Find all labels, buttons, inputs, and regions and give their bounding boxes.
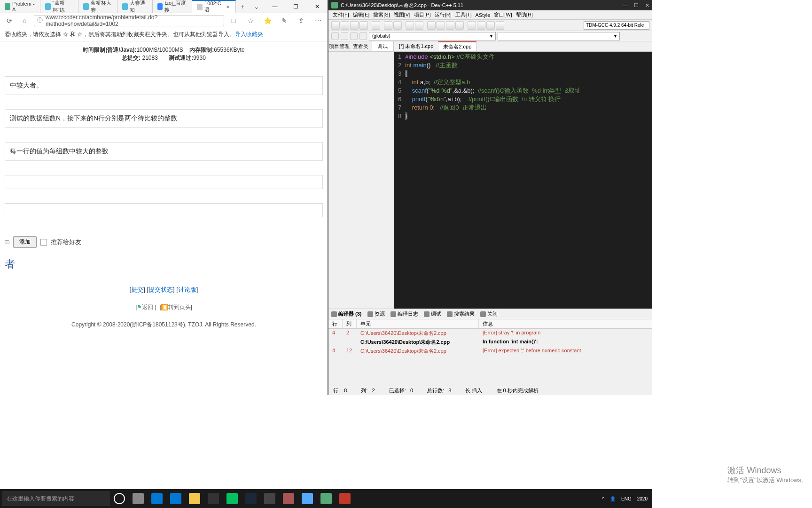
discuss-link[interactable]: 讨论版: [178, 286, 196, 293]
file-tab-1[interactable]: [*] 未命名1.cpp: [394, 41, 438, 51]
tab-problem[interactable]: Problem - A: [0, 0, 40, 13]
app-button-3[interactable]: [298, 489, 317, 508]
menu-edit[interactable]: 编辑[E]: [351, 11, 371, 18]
minimize-button[interactable]: —: [622, 2, 627, 8]
store-button[interactable]: [204, 489, 223, 508]
add-button[interactable]: 添加: [13, 236, 37, 248]
tab-close[interactable]: 关闭: [480, 310, 498, 318]
tray-time[interactable]: 2020: [637, 496, 648, 501]
app-button-2[interactable]: [279, 489, 298, 508]
tab-1002[interactable]: 1002:C语✕: [192, 0, 235, 13]
import-bookmarks-link[interactable]: 导入收藏夹: [235, 31, 263, 39]
cortana-button[interactable]: [110, 489, 129, 508]
undo-button[interactable]: [384, 21, 392, 30]
app-button-4[interactable]: [336, 489, 354, 508]
compiler-combo[interactable]: TDM-GCC 4.9.2 64-bit Rele: [584, 21, 649, 30]
open-button[interactable]: [341, 21, 349, 30]
menu-view[interactable]: 视图[V]: [392, 11, 412, 18]
find-button[interactable]: [406, 21, 414, 30]
share-button[interactable]: ⇪: [296, 15, 307, 26]
close-button[interactable]: ✕: [645, 2, 649, 8]
menu-project[interactable]: 项目[P]: [413, 11, 432, 18]
edge-button[interactable]: [148, 489, 166, 508]
new-file-button[interactable]: [331, 21, 340, 30]
home-button[interactable]: ⌂: [19, 15, 30, 26]
debug-button[interactable]: [468, 21, 476, 30]
system-tray[interactable]: ^ 👤 ENG 2020: [597, 496, 652, 501]
more-button[interactable]: ⋯: [312, 15, 324, 26]
tab-log[interactable]: 编译日志: [390, 310, 418, 318]
tab-debug[interactable]: 调试: [424, 310, 441, 318]
menu-tools[interactable]: 工具[T]: [454, 11, 473, 18]
status-link[interactable]: 提交状态: [148, 286, 173, 293]
wechat-button[interactable]: [223, 489, 242, 508]
new-proj-button[interactable]: [331, 32, 339, 40]
refresh-button[interactable]: ⟳: [4, 15, 15, 26]
menu-astyle[interactable]: AStyle: [474, 12, 492, 18]
side-tab-classes[interactable]: 查看类: [350, 41, 372, 51]
col-header-col[interactable]: 列: [343, 319, 357, 328]
star-button[interactable]: ☆: [245, 15, 256, 26]
menu-help[interactable]: 帮助[H]: [515, 11, 534, 18]
favorites-button[interactable]: ⭐: [262, 15, 273, 26]
tray-people-icon[interactable]: 👤: [610, 496, 616, 501]
insert-button[interactable]: [341, 32, 348, 40]
recommend-checkbox[interactable]: [40, 239, 47, 246]
run-button[interactable]: [437, 21, 445, 30]
maximize-button[interactable]: ☐: [634, 2, 639, 8]
bookmark-button[interactable]: [350, 32, 358, 40]
menu-window[interactable]: 窗口[W]: [492, 11, 514, 18]
rebuild-button[interactable]: [455, 21, 464, 30]
goto-button[interactable]: [359, 32, 367, 40]
profile-button[interactable]: [486, 21, 495, 30]
menu-search[interactable]: 搜索[S]: [372, 11, 391, 18]
close-icon[interactable]: ✕: [225, 4, 231, 10]
file-tab-2[interactable]: 未命名2.cpp: [438, 41, 476, 51]
tab-lanqiao-contest[interactable]: 蓝桥杯大赛: [78, 0, 118, 13]
code-editor[interactable]: 12345678 #include <stdio.h> //C基础头文件int …: [394, 52, 652, 309]
new-tab-button[interactable]: +: [236, 3, 249, 10]
return-link[interactable]: 返回: [142, 304, 153, 310]
replace-button[interactable]: [415, 21, 423, 30]
scope-combo[interactable]: (globals)▾: [369, 32, 496, 40]
steam-button[interactable]: [242, 489, 260, 508]
reader-button[interactable]: □: [228, 15, 239, 26]
goto-top-link[interactable]: 转到页头: [168, 304, 191, 310]
explorer-button[interactable]: [185, 489, 204, 508]
col-header-msg[interactable]: 信息: [479, 319, 652, 328]
compiler-message-row[interactable]: 412C:\Users\36420\Desktop\未命名2.cpp[Error…: [328, 347, 652, 356]
tab-resource[interactable]: 资源: [367, 310, 385, 318]
trash-button[interactable]: [496, 21, 504, 30]
prev-button[interactable]: [5, 240, 9, 244]
compiler-message-row[interactable]: 42C:\Users\36420\Desktop\未命名2.cpp[Error]…: [328, 329, 652, 338]
app-button-1[interactable]: [260, 489, 279, 508]
maximize-button[interactable]: ☐: [285, 0, 306, 13]
notes-button[interactable]: ✎: [279, 15, 290, 26]
tray-lang[interactable]: ENG: [621, 496, 632, 501]
member-combo[interactable]: ▾: [498, 32, 620, 40]
menu-run[interactable]: 运行[R]: [433, 11, 453, 18]
mail-button[interactable]: [166, 489, 185, 508]
col-header-unit[interactable]: 单元: [357, 319, 479, 328]
save-button[interactable]: [350, 21, 359, 30]
tab-baidu[interactable]: tzoj_百度搜: [153, 0, 193, 13]
col-header-line[interactable]: 行: [328, 319, 343, 328]
save-all-button[interactable]: [359, 21, 368, 30]
compile-run-button[interactable]: [446, 21, 454, 30]
side-tab-debug[interactable]: 调试: [372, 41, 394, 51]
tab-lanqiao-practice[interactable]: "蓝桥杯"练: [40, 0, 78, 13]
compile-button[interactable]: [427, 21, 436, 30]
submit-link[interactable]: 提交: [131, 286, 143, 293]
tab-compiler[interactable]: 编译器 (3): [331, 310, 362, 318]
tab-notice[interactable]: 大赛通知: [117, 0, 152, 13]
url-input[interactable]: ⓘ www.tzcoder.cn/acmhome/problemdetail.d…: [34, 15, 224, 26]
task-view-button[interactable]: [129, 489, 148, 508]
redo-button[interactable]: [393, 21, 402, 30]
tab-menu-button[interactable]: ⌄: [249, 3, 264, 10]
menu-file[interactable]: 文件[F]: [331, 11, 351, 18]
print-button[interactable]: [372, 21, 380, 30]
tray-chevron-icon[interactable]: ^: [602, 496, 604, 501]
devcpp-taskbar-button[interactable]: [317, 489, 336, 508]
code-lines[interactable]: #include <stdio.h> //C基础头文件int main() //…: [405, 52, 581, 309]
close-button[interactable]: ✕: [306, 0, 328, 13]
